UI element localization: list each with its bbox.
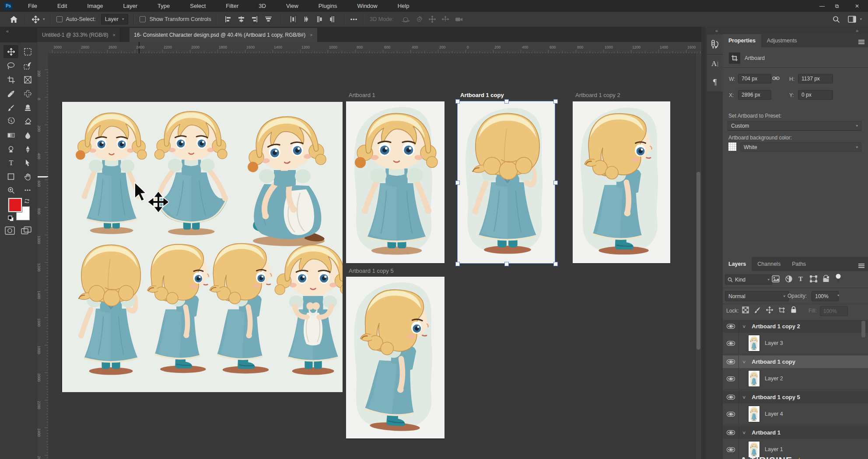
visibility-eye-icon[interactable]: [723, 439, 739, 459]
height-field[interactable]: 1137 px: [798, 74, 833, 83]
artboard-label[interactable]: Artboard 1: [349, 92, 375, 98]
document-tab-2[interactable]: 16- Consistent Character design.psd @ 40…: [130, 28, 318, 42]
clone-stamp-tool[interactable]: [20, 101, 35, 114]
filter-type-icon[interactable]: T: [798, 275, 803, 283]
y-field[interactable]: 0 px: [798, 90, 833, 100]
crop-tool[interactable]: [4, 73, 18, 86]
workspace-chevron[interactable]: ▾: [860, 17, 862, 21]
menu-plugins[interactable]: Plugins: [308, 0, 347, 12]
search-icon[interactable]: [833, 16, 840, 23]
distribute-right-icon[interactable]: [326, 16, 339, 22]
screen-mode-icon[interactable]: [21, 226, 32, 234]
group-expand-chevron[interactable]: ∨: [742, 395, 746, 400]
menu-edit[interactable]: Edit: [47, 0, 77, 12]
layer-row-layer-3[interactable]: Layer 3: [723, 333, 868, 354]
group-expand-chevron[interactable]: ∨: [742, 324, 746, 329]
expand-dock-icon[interactable]: »: [856, 28, 858, 33]
artboard-label[interactable]: Artboard 1 copy: [460, 92, 504, 98]
layer-group-artboard-1-copy[interactable]: ∨Artboard 1 copy: [723, 355, 868, 368]
collapse-panels-icon[interactable]: «: [6, 28, 8, 34]
artboard-label[interactable]: Artboard 1 copy 5: [349, 268, 394, 274]
swap-colors-icon[interactable]: [24, 198, 29, 202]
menu-select[interactable]: Select: [180, 0, 216, 12]
healing-tool[interactable]: [20, 87, 35, 100]
home-icon[interactable]: [10, 16, 18, 23]
visibility-eye-icon[interactable]: [723, 368, 739, 389]
group-expand-chevron[interactable]: ∨: [742, 430, 746, 435]
menu-file[interactable]: File: [18, 0, 47, 12]
selection-handle[interactable]: [553, 99, 558, 104]
history-brush-tool[interactable]: [4, 115, 18, 128]
selection-handle[interactable]: [455, 262, 460, 266]
menu-layer[interactable]: Layer: [113, 0, 148, 12]
menu-type[interactable]: Type: [147, 0, 180, 12]
align-right-icon[interactable]: [248, 16, 261, 22]
x-field[interactable]: 2896 px: [738, 90, 771, 100]
visibility-eye-icon[interactable]: [723, 355, 739, 368]
dodge-tool[interactable]: [4, 143, 18, 156]
filter-pixel-icon[interactable]: [772, 275, 780, 284]
zoom-tool[interactable]: [4, 184, 18, 197]
minimize-button[interactable]: —: [816, 0, 829, 12]
menu-image[interactable]: Image: [77, 0, 113, 12]
layers-panel-menu-icon[interactable]: [858, 262, 864, 266]
lock-all-icon[interactable]: [791, 306, 797, 315]
selection-handle[interactable]: [553, 262, 558, 266]
align-top-icon[interactable]: [261, 16, 276, 22]
layers-scrollbar-thumb[interactable]: [861, 321, 865, 337]
auto-select-target-select[interactable]: Layer ▾: [101, 14, 128, 24]
tab-close-icon[interactable]: ×: [310, 32, 312, 38]
link-dimensions-icon[interactable]: [772, 75, 780, 83]
rectangle-tool[interactable]: [4, 170, 18, 183]
eraser-tool[interactable]: [20, 115, 35, 128]
align-left-icon[interactable]: [222, 16, 235, 22]
align-center-h-icon[interactable]: [235, 16, 248, 22]
move-tool[interactable]: [4, 45, 18, 58]
tab-layers[interactable]: Layers: [723, 257, 752, 271]
default-colors-icon[interactable]: [8, 216, 14, 222]
lock-position-icon[interactable]: [766, 306, 773, 315]
gradient-tool[interactable]: [4, 129, 18, 142]
document-tab-1[interactable]: Untitled-1 @ 33.3% (RGB/8)×: [38, 28, 120, 42]
more-options-icon[interactable]: •••: [350, 16, 358, 23]
tab-properties[interactable]: Properties: [723, 34, 761, 47]
move-tool-icon[interactable]: [32, 16, 39, 23]
scrollbar-thumb[interactable]: [696, 172, 700, 350]
filter-adjustment-icon[interactable]: [785, 275, 792, 284]
distribute-left-icon[interactable]: [313, 16, 326, 22]
visibility-eye-icon[interactable]: [723, 426, 739, 439]
blur-tool[interactable]: [20, 129, 35, 142]
auto-select-checkbox[interactable]: [56, 16, 63, 22]
history-panel-icon[interactable]: [707, 35, 723, 55]
lock-pixels-icon[interactable]: [754, 306, 761, 315]
tab-close-icon[interactable]: ×: [113, 32, 116, 38]
workspace-switcher-icon[interactable]: [848, 16, 856, 23]
width-field[interactable]: 704 px: [738, 74, 771, 83]
lock-artboard-icon[interactable]: [778, 306, 785, 315]
marquee-tool[interactable]: [20, 45, 35, 58]
menu-3d[interactable]: 3D: [248, 0, 276, 12]
properties-panel-menu-icon[interactable]: [858, 38, 864, 42]
hand-tool[interactable]: [20, 170, 35, 183]
quick-mask-icon[interactable]: [5, 226, 15, 235]
canvas-vertical-scrollbar[interactable]: [695, 53, 702, 459]
visibility-eye-icon[interactable]: [723, 320, 739, 333]
layer-group-artboard-1-copy-5[interactable]: ∨Artboard 1 copy 5: [723, 391, 868, 403]
opacity-chevron[interactable]: ▾: [837, 294, 840, 297]
path-selection-tool[interactable]: [20, 156, 35, 169]
pen-tool[interactable]: [20, 143, 35, 156]
visibility-eye-icon[interactable]: [723, 391, 739, 403]
layer-group-artboard-1-copy-2[interactable]: ∨Artboard 1 copy 2: [723, 320, 868, 333]
selection-handle[interactable]: [455, 181, 460, 185]
layer-row-layer-2[interactable]: Layer 2: [723, 368, 868, 389]
edit-toolbar-tool[interactable]: [20, 184, 35, 197]
menu-filter[interactable]: Filter: [216, 0, 248, 12]
move-options-chevron[interactable]: ▾: [43, 17, 45, 21]
lock-transparency-icon[interactable]: [742, 306, 749, 315]
ruler-origin[interactable]: [38, 42, 49, 54]
selection-handle[interactable]: [553, 181, 558, 185]
filter-toggle-icon[interactable]: [836, 274, 841, 284]
artboard-label[interactable]: Artboard 1 copy 2: [575, 92, 620, 98]
artboard-artboard-1-copy-2[interactable]: [573, 101, 670, 263]
filter-shape-icon[interactable]: [810, 275, 817, 284]
